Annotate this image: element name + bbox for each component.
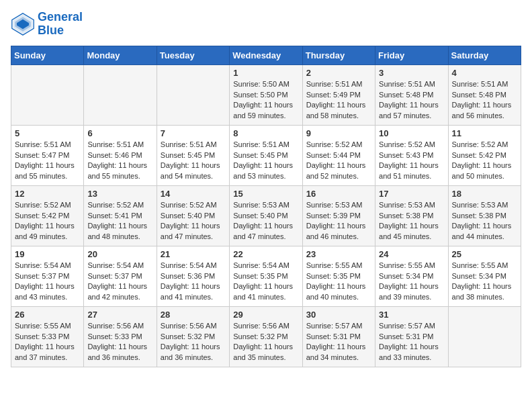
calendar-cell: 28 Sunrise: 5:56 AM Sunset: 5:32 PM Dayl…	[157, 306, 229, 367]
day-number: 23	[306, 249, 371, 259]
week-row-1: 1 Sunrise: 5:50 AM Sunset: 5:50 PM Dayli…	[11, 64, 521, 125]
day-number: 4	[452, 68, 517, 78]
calendar-cell: 29 Sunrise: 5:56 AM Sunset: 5:32 PM Dayl…	[230, 306, 302, 367]
day-info: Sunrise: 5:51 AM Sunset: 5:49 PM Dayligh…	[306, 79, 371, 122]
day-number: 11	[452, 128, 517, 138]
calendar-cell: 18 Sunrise: 5:53 AM Sunset: 5:38 PM Dayl…	[448, 185, 521, 246]
day-info: Sunrise: 5:56 AM Sunset: 5:32 PM Dayligh…	[233, 321, 298, 364]
calendar-cell: 4 Sunrise: 5:51 AM Sunset: 5:48 PM Dayli…	[448, 64, 521, 125]
day-info: Sunrise: 5:52 AM Sunset: 5:40 PM Dayligh…	[161, 200, 226, 243]
day-number: 16	[306, 189, 371, 199]
day-number: 31	[379, 310, 444, 320]
day-number: 19	[15, 249, 80, 259]
day-number: 10	[379, 128, 444, 138]
day-info: Sunrise: 5:50 AM Sunset: 5:50 PM Dayligh…	[233, 79, 298, 122]
week-row-3: 12 Sunrise: 5:52 AM Sunset: 5:42 PM Dayl…	[11, 185, 521, 246]
day-number: 28	[161, 310, 226, 320]
day-info: Sunrise: 5:51 AM Sunset: 5:46 PM Dayligh…	[87, 140, 152, 183]
calendar-cell	[11, 64, 84, 125]
day-info: Sunrise: 5:51 AM Sunset: 5:48 PM Dayligh…	[379, 79, 444, 122]
day-number: 13	[87, 189, 152, 199]
day-number: 7	[161, 128, 226, 138]
day-info: Sunrise: 5:57 AM Sunset: 5:31 PM Dayligh…	[306, 321, 371, 364]
day-number: 22	[233, 249, 298, 259]
day-number: 1	[233, 68, 298, 78]
day-info: Sunrise: 5:55 AM Sunset: 5:35 PM Dayligh…	[306, 261, 371, 304]
calendar-cell: 10 Sunrise: 5:52 AM Sunset: 5:43 PM Dayl…	[375, 125, 448, 185]
calendar-cell: 25 Sunrise: 5:55 AM Sunset: 5:34 PM Dayl…	[448, 246, 521, 306]
day-number: 18	[452, 189, 517, 199]
calendar-cell	[448, 306, 521, 367]
day-info: Sunrise: 5:51 AM Sunset: 5:47 PM Dayligh…	[15, 140, 80, 183]
calendar-cell: 13 Sunrise: 5:52 AM Sunset: 5:41 PM Dayl…	[84, 185, 157, 246]
day-number: 3	[379, 68, 444, 78]
calendar-cell: 24 Sunrise: 5:55 AM Sunset: 5:34 PM Dayl…	[375, 246, 448, 306]
calendar-cell: 21 Sunrise: 5:54 AM Sunset: 5:36 PM Dayl…	[157, 246, 229, 306]
calendar-cell: 7 Sunrise: 5:51 AM Sunset: 5:45 PM Dayli…	[157, 125, 229, 185]
day-info: Sunrise: 5:54 AM Sunset: 5:35 PM Dayligh…	[233, 261, 298, 304]
week-row-5: 26 Sunrise: 5:55 AM Sunset: 5:33 PM Dayl…	[11, 306, 521, 367]
col-header-wednesday: Wednesday	[230, 46, 302, 64]
calendar-cell: 9 Sunrise: 5:52 AM Sunset: 5:44 PM Dayli…	[302, 125, 375, 185]
col-header-sunday: Sunday	[11, 46, 84, 64]
calendar-cell: 17 Sunrise: 5:53 AM Sunset: 5:38 PM Dayl…	[375, 185, 448, 246]
calendar-cell: 12 Sunrise: 5:52 AM Sunset: 5:42 PM Dayl…	[11, 185, 84, 246]
calendar-header-row: SundayMondayTuesdayWednesdayThursdayFrid…	[11, 46, 521, 64]
calendar-cell: 14 Sunrise: 5:52 AM Sunset: 5:40 PM Dayl…	[157, 185, 229, 246]
day-info: Sunrise: 5:53 AM Sunset: 5:38 PM Dayligh…	[452, 200, 517, 243]
day-info: Sunrise: 5:56 AM Sunset: 5:33 PM Dayligh…	[87, 321, 152, 364]
col-header-monday: Monday	[84, 46, 157, 64]
day-info: Sunrise: 5:55 AM Sunset: 5:34 PM Dayligh…	[379, 261, 444, 304]
day-number: 6	[87, 128, 152, 138]
day-number: 30	[306, 310, 371, 320]
day-info: Sunrise: 5:51 AM Sunset: 5:45 PM Dayligh…	[233, 140, 298, 183]
day-number: 2	[306, 68, 371, 78]
day-info: Sunrise: 5:54 AM Sunset: 5:37 PM Dayligh…	[15, 261, 80, 304]
day-info: Sunrise: 5:52 AM Sunset: 5:42 PM Dayligh…	[15, 200, 80, 243]
calendar-cell: 27 Sunrise: 5:56 AM Sunset: 5:33 PM Dayl…	[84, 306, 157, 367]
calendar-cell: 15 Sunrise: 5:53 AM Sunset: 5:40 PM Dayl…	[230, 185, 302, 246]
calendar-cell: 20 Sunrise: 5:54 AM Sunset: 5:37 PM Dayl…	[84, 246, 157, 306]
day-info: Sunrise: 5:55 AM Sunset: 5:33 PM Dayligh…	[15, 321, 80, 364]
logo-text: General Blue	[38, 11, 83, 38]
calendar-cell: 19 Sunrise: 5:54 AM Sunset: 5:37 PM Dayl…	[11, 246, 84, 306]
day-info: Sunrise: 5:53 AM Sunset: 5:40 PM Dayligh…	[233, 200, 298, 243]
calendar-table: SundayMondayTuesdayWednesdayThursdayFrid…	[11, 46, 521, 367]
day-number: 14	[161, 189, 226, 199]
logo: General Blue	[11, 11, 83, 38]
day-info: Sunrise: 5:56 AM Sunset: 5:32 PM Dayligh…	[161, 321, 226, 364]
logo-icon	[11, 12, 35, 36]
day-info: Sunrise: 5:51 AM Sunset: 5:48 PM Dayligh…	[452, 79, 517, 122]
calendar-cell	[157, 64, 229, 125]
day-info: Sunrise: 5:52 AM Sunset: 5:41 PM Dayligh…	[87, 200, 152, 243]
day-info: Sunrise: 5:53 AM Sunset: 5:39 PM Dayligh…	[306, 200, 371, 243]
day-info: Sunrise: 5:54 AM Sunset: 5:37 PM Dayligh…	[87, 261, 152, 304]
calendar-cell: 1 Sunrise: 5:50 AM Sunset: 5:50 PM Dayli…	[230, 64, 302, 125]
day-info: Sunrise: 5:53 AM Sunset: 5:38 PM Dayligh…	[379, 200, 444, 243]
calendar-cell: 3 Sunrise: 5:51 AM Sunset: 5:48 PM Dayli…	[375, 64, 448, 125]
day-info: Sunrise: 5:51 AM Sunset: 5:45 PM Dayligh…	[161, 140, 226, 183]
day-info: Sunrise: 5:54 AM Sunset: 5:36 PM Dayligh…	[161, 261, 226, 304]
calendar-cell: 23 Sunrise: 5:55 AM Sunset: 5:35 PM Dayl…	[302, 246, 375, 306]
col-header-friday: Friday	[375, 46, 448, 64]
day-number: 21	[161, 249, 226, 259]
calendar-cell: 22 Sunrise: 5:54 AM Sunset: 5:35 PM Dayl…	[230, 246, 302, 306]
day-info: Sunrise: 5:52 AM Sunset: 5:42 PM Dayligh…	[452, 140, 517, 183]
day-number: 15	[233, 189, 298, 199]
day-info: Sunrise: 5:52 AM Sunset: 5:44 PM Dayligh…	[306, 140, 371, 183]
calendar-cell: 31 Sunrise: 5:57 AM Sunset: 5:31 PM Dayl…	[375, 306, 448, 367]
calendar-cell: 16 Sunrise: 5:53 AM Sunset: 5:39 PM Dayl…	[302, 185, 375, 246]
calendar-cell: 26 Sunrise: 5:55 AM Sunset: 5:33 PM Dayl…	[11, 306, 84, 367]
day-info: Sunrise: 5:57 AM Sunset: 5:31 PM Dayligh…	[379, 321, 444, 364]
day-number: 29	[233, 310, 298, 320]
col-header-thursday: Thursday	[302, 46, 375, 64]
day-number: 5	[15, 128, 80, 138]
day-info: Sunrise: 5:55 AM Sunset: 5:34 PM Dayligh…	[452, 261, 517, 304]
page-header: General Blue	[11, 11, 521, 38]
day-number: 27	[87, 310, 152, 320]
day-number: 9	[306, 128, 371, 138]
day-number: 17	[379, 189, 444, 199]
week-row-4: 19 Sunrise: 5:54 AM Sunset: 5:37 PM Dayl…	[11, 246, 521, 306]
col-header-tuesday: Tuesday	[157, 46, 229, 64]
day-number: 8	[233, 128, 298, 138]
